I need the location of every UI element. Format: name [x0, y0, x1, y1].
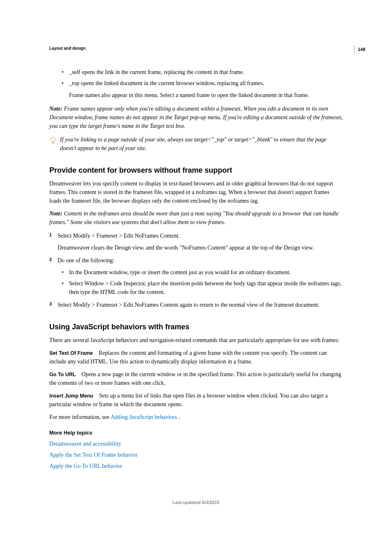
top-bullet-list: _self opens the link in the current fram… — [49, 68, 343, 88]
step-after: Dreamweaver clears the Design view, and … — [58, 243, 343, 252]
run-in-paragraph: Insert Jump Menu Sets up a menu list of … — [49, 391, 343, 409]
indented-paragraph: Frame names also appear in this menu. Se… — [69, 91, 343, 99]
note-block: Note: Frame names appear only when you'r… — [49, 104, 343, 130]
tip-text: If you're linking to a page outside of y… — [60, 135, 343, 153]
body-paragraph: Dreamweaver lets you specify content to … — [49, 179, 343, 205]
more-info-suffix: . — [177, 414, 180, 420]
list-item: _self opens the link in the current fram… — [62, 68, 343, 76]
step-item: 3 Select Modify > Frameset > Edit NoFram… — [49, 301, 343, 309]
footer-updated: Last updated 6/3/2015 — [49, 499, 343, 506]
note-block: Note: Content in the noframes area shoul… — [49, 209, 343, 227]
step-number: 2 — [49, 256, 52, 263]
run-in-paragraph: Set Text Of Frame Replaces the content a… — [49, 349, 343, 366]
more-info-paragraph: For more information, see Adding JavaScr… — [49, 413, 343, 421]
body-paragraph: There are several JavaScript behaviors a… — [49, 336, 343, 345]
list-item: _top opens the linked document in the cu… — [62, 79, 343, 88]
steps-list: 1 Select Modify > Frameset > Edit NoFram… — [49, 231, 343, 309]
step-number: 1 — [49, 231, 52, 238]
step-sublist: In the Document window, type or insert t… — [58, 268, 343, 296]
note-body: Frame names appear only when you're edit… — [49, 106, 343, 129]
heading-js-behaviors: Using JavaScript behaviors with frames — [49, 321, 343, 333]
list-item: In the Document window, type or insert t… — [62, 268, 343, 277]
help-heading: More Help topics — [49, 429, 343, 437]
step-text: Select Modify > Frameset > Edit NoFrames… — [58, 231, 343, 240]
heading-provide-content: Provide content for browsers without fra… — [49, 165, 343, 176]
help-link[interactable]: Dreamweaver and accessibility — [49, 439, 343, 448]
note-body: Content in the noframes area should be m… — [49, 210, 339, 225]
step-item: 1 Select Modify > Frameset > Edit NoFram… — [49, 231, 343, 252]
step-text: Do one of the following: — [58, 256, 343, 265]
help-link[interactable]: Apply the Go To URL behavior — [49, 462, 343, 470]
run-in-head: Go To URL — [49, 372, 76, 377]
link-adding-js-behaviors[interactable]: Adding JavaScript behaviors — [111, 414, 177, 420]
page-number: 148 — [354, 45, 365, 54]
help-link-list: Dreamweaver and accessibility Apply the … — [49, 439, 343, 470]
lightbulb-icon — [49, 136, 58, 148]
step-item: 2 Do one of the following: In the Docume… — [49, 256, 343, 296]
run-in-body: Opens a new page in the current window o… — [49, 371, 341, 386]
list-item: Select Window > Code Inspector, place th… — [62, 279, 343, 296]
step-text: Select Modify > Frameset > Edit NoFrames… — [58, 301, 343, 309]
help-link[interactable]: Apply the Set Text Of Frame behavior — [49, 451, 343, 459]
note-label: Note: — [49, 210, 62, 217]
section-header: Layout and design — [49, 45, 343, 51]
run-in-head: Set Text Of Frame — [49, 350, 93, 356]
svg-point-0 — [51, 137, 55, 142]
run-in-head: Insert Jump Menu — [49, 393, 93, 399]
run-in-paragraph: Go To URL Opens a new page in the curren… — [49, 370, 343, 387]
step-number: 3 — [49, 301, 52, 308]
more-info-prefix: For more information, see — [49, 414, 111, 420]
note-label: Note: — [49, 106, 62, 112]
tip-block: If you're linking to a page outside of y… — [49, 135, 343, 153]
